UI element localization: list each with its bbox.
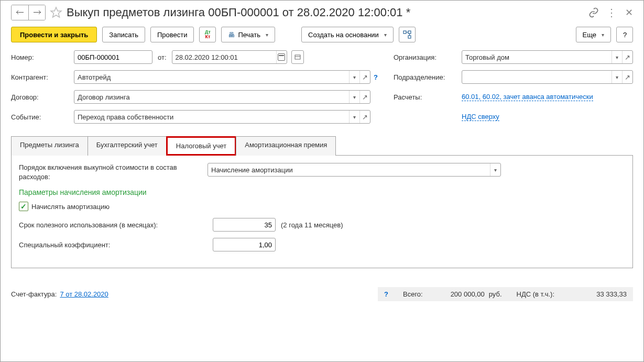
inclusion-select[interactable]: Начисление амортизации ▾	[208, 163, 501, 177]
help-button[interactable]: ?	[616, 27, 633, 42]
life-hint: (2 года 11 месяцев)	[281, 221, 343, 229]
open-icon[interactable]: ↗	[622, 51, 632, 63]
open-icon[interactable]: ↗	[359, 91, 370, 103]
open-icon[interactable]: ↗	[359, 111, 370, 123]
accrue-checkbox[interactable]: ✓	[19, 202, 28, 211]
page-title: Выкуп предметов лизинга 00БП-000001 от 2…	[67, 6, 410, 19]
tab-accounting[interactable]: Бухгалтерский учет	[88, 136, 167, 156]
life-input[interactable]	[213, 218, 276, 232]
structure-button[interactable]	[399, 27, 416, 42]
chevron-down-icon[interactable]: ▾	[349, 91, 359, 103]
tab-leasing-items[interactable]: Предметы лизинга	[11, 136, 88, 156]
tab-content-tax: Порядок включения выкупной стоимости в с…	[11, 156, 633, 268]
footer: Счет-фактура: 7 от 28.02.2020 ? Всего: 2…	[11, 278, 633, 301]
titlebar: 🡐 🡒 Выкуп предметов лизинга 00БП-000001 …	[11, 5, 633, 20]
counterparty-label: Контрагент:	[11, 73, 74, 81]
open-icon[interactable]: ↗	[622, 71, 632, 83]
dtkt-button[interactable]: ДтКт	[199, 27, 216, 42]
from-label: от:	[158, 53, 167, 61]
close-icon[interactable]: ✕	[625, 7, 633, 18]
form-grid: Номер: от: 28.02.2020 12:00:01 Контраген…	[11, 50, 633, 129]
calc-link[interactable]: 60.01, 60.02, зачет аванса автоматически	[462, 93, 593, 101]
vat-mode-link[interactable]: НДС сверху	[462, 113, 499, 121]
chevron-down-icon[interactable]: ▾	[349, 111, 359, 123]
org-select[interactable]: Торговый дом ▾ ↗	[462, 50, 633, 64]
total-label: Всего:	[403, 290, 423, 298]
contract-select[interactable]: Договор лизинга ▾ ↗	[74, 90, 370, 104]
life-label: Срок полезного использования (в месяцах)…	[19, 221, 213, 229]
number-input[interactable]	[74, 50, 152, 64]
amort-section-title: Параметры начисления амортизации	[19, 188, 625, 196]
vat-label: НДС (в т.ч.):	[517, 290, 555, 298]
favorite-star-icon[interactable]	[50, 6, 62, 19]
chevron-down-icon[interactable]: ▾	[349, 71, 359, 83]
kebab-menu-icon[interactable]: ⋮	[606, 6, 618, 19]
date-ext-button[interactable]	[291, 50, 304, 64]
chevron-down-icon[interactable]: ▾	[612, 51, 622, 63]
coef-input[interactable]	[213, 238, 276, 251]
forward-button[interactable]: 🡒	[28, 5, 45, 20]
contract-label: Договор:	[11, 93, 74, 101]
calc-label: Расчеты:	[394, 93, 462, 101]
counterparty-select[interactable]: Автотрейд ▾ ↗	[74, 70, 370, 84]
document-window: 🡐 🡒 Выкуп предметов лизинга 00БП-000001 …	[0, 0, 644, 362]
svg-rect-2	[408, 31, 411, 34]
invoice-link[interactable]: 7 от 28.02.2020	[60, 290, 108, 298]
nav-buttons: 🡐 🡒	[11, 5, 46, 20]
number-label: Номер:	[11, 53, 74, 61]
inclusion-label: Порядок включения выкупной стоимости в с…	[19, 163, 208, 182]
write-button[interactable]: Записать	[102, 27, 145, 42]
total-value: 200 000,00	[427, 290, 485, 298]
back-button[interactable]: 🡐	[12, 5, 28, 20]
post-button[interactable]: Провести	[150, 27, 194, 42]
org-label: Организация:	[394, 53, 462, 61]
chevron-down-icon[interactable]: ▾	[490, 163, 500, 176]
svg-rect-4	[295, 55, 300, 59]
svg-marker-0	[51, 7, 61, 17]
create-based-button[interactable]: Создать на основании	[301, 27, 394, 42]
more-button[interactable]: Еще	[576, 27, 611, 42]
toolbar: Провести и закрыть Записать Провести ДтК…	[11, 27, 633, 42]
svg-rect-1	[403, 31, 406, 34]
event-select[interactable]: Переход права собственности ▾ ↗	[74, 110, 370, 124]
division-select[interactable]: ▾ ↗	[462, 70, 633, 84]
title-actions: ⋮ ✕	[588, 6, 633, 19]
tab-tax[interactable]: Налоговый учет	[166, 136, 236, 156]
accrue-label: Начислять амортизацию	[31, 203, 110, 211]
vat-value: 33 333,33	[559, 290, 627, 298]
date-input[interactable]: 28.02.2020 12:00:01	[172, 50, 287, 64]
invoice-label: Счет-фактура:	[11, 290, 57, 298]
division-label: Подразделение:	[394, 73, 462, 81]
chevron-down-icon[interactable]: ▾	[612, 71, 622, 83]
tab-bar: Предметы лизинга Бухгалтерский учет Нало…	[11, 136, 633, 156]
currency: руб.	[489, 290, 502, 298]
open-icon[interactable]: ↗	[359, 71, 370, 83]
link-icon[interactable]	[588, 7, 599, 18]
help-icon[interactable]: ?	[374, 73, 378, 81]
event-label: Событие:	[11, 113, 74, 121]
calendar-icon[interactable]	[276, 51, 287, 63]
coef-label: Специальный коэффициент:	[19, 241, 213, 249]
help-icon[interactable]: ?	[384, 290, 388, 298]
post-and-close-button[interactable]: Провести и закрыть	[11, 27, 97, 42]
print-button[interactable]: 🖶Печать	[221, 27, 275, 42]
svg-rect-3	[408, 36, 411, 38]
tab-depreciation-bonus[interactable]: Амортизационная премия	[236, 136, 336, 156]
